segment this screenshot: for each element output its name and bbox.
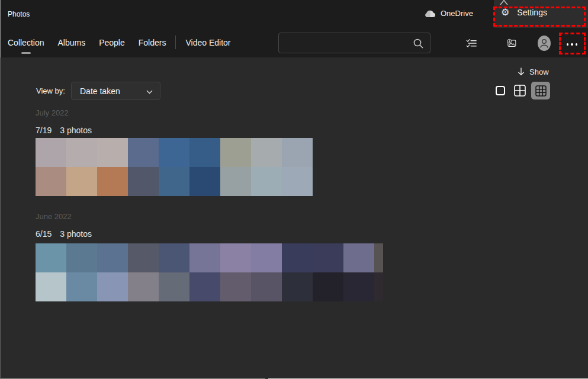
- photo-tile-cell[interactable]: [97, 138, 128, 167]
- large-view-icon: [496, 86, 505, 95]
- date-group-header-july: 7/19 3 photos: [36, 126, 92, 135]
- photo-tile-cell[interactable]: [282, 138, 313, 167]
- tab-folders[interactable]: Folders: [139, 38, 166, 47]
- photo-tile-cell[interactable]: [159, 272, 189, 301]
- photo-tile-cell[interactable]: [36, 243, 66, 272]
- photo-tile-cell[interactable]: [313, 243, 343, 272]
- photo-tile-cell[interactable]: [36, 138, 66, 167]
- settings-label: Settings: [517, 8, 547, 17]
- photo-grid-july[interactable]: [36, 138, 313, 196]
- person-icon: [538, 37, 551, 50]
- photo-tile-cell[interactable]: [97, 167, 128, 196]
- cloud-icon: [424, 9, 436, 18]
- photo-tile-cell[interactable]: [343, 243, 374, 272]
- photo-tile-cell[interactable]: [159, 167, 189, 196]
- photo-tile-cell[interactable]: [66, 272, 97, 301]
- date-group-header-june: 6/15 3 photos: [36, 229, 92, 239]
- view-by-dropdown[interactable]: Date taken: [71, 82, 160, 100]
- view-by-value: Date taken: [80, 86, 120, 96]
- tab-albums[interactable]: Albums: [57, 38, 85, 47]
- photo-tile-cell[interactable]: [159, 243, 189, 272]
- search-input[interactable]: [285, 34, 409, 52]
- photo-tile-cell[interactable]: [251, 167, 282, 196]
- arrow-down-icon: [518, 67, 525, 76]
- photo-tile-cell[interactable]: [374, 243, 383, 272]
- search-icon: [413, 38, 424, 49]
- show-toggle[interactable]: Show: [518, 67, 549, 76]
- medium-view-icon: [514, 85, 526, 97]
- multiselect-button[interactable]: [462, 34, 480, 52]
- date-label: 6/15: [36, 229, 52, 239]
- photo-tile-cell[interactable]: [36, 272, 66, 301]
- month-header-july: July 2022: [36, 108, 69, 117]
- photo-count: 3 photos: [60, 126, 92, 135]
- account-avatar: [538, 36, 551, 51]
- active-tab-underline: [21, 52, 31, 54]
- photo-tile-cell[interactable]: [36, 167, 66, 196]
- photo-count: 3 photos: [60, 229, 92, 239]
- see-more-button[interactable]: [563, 36, 581, 53]
- import-button[interactable]: [503, 34, 520, 52]
- photo-tile-cell[interactable]: [66, 243, 97, 272]
- view-by-label: View by:: [36, 86, 65, 95]
- photo-tile-cell[interactable]: [282, 167, 313, 196]
- menu-item-settings[interactable]: ⚙ Settings: [501, 8, 547, 17]
- photo-tile-cell[interactable]: [251, 243, 282, 272]
- date-label: 7/19: [36, 126, 52, 135]
- account-button[interactable]: [535, 34, 553, 52]
- photo-tile-cell[interactable]: [159, 138, 189, 167]
- photo-tile-cell[interactable]: [374, 272, 383, 301]
- medium-view-button[interactable]: [510, 82, 529, 99]
- onedrive-label: OneDrive: [441, 9, 473, 18]
- menu-item-partial-icon: [499, 0, 509, 5]
- nav-tabs: Collection Albums People Folders Video E…: [8, 36, 230, 49]
- background-window-edge: [0, 57, 1, 379]
- photo-tile-cell[interactable]: [128, 272, 159, 301]
- photo-tile-cell[interactable]: [66, 138, 97, 167]
- onedrive-status[interactable]: OneDrive: [424, 9, 473, 18]
- photo-tile-cell[interactable]: [66, 167, 97, 196]
- photo-grid-june[interactable]: [36, 243, 383, 301]
- gear-icon: ⚙: [501, 8, 509, 17]
- photo-tile-cell[interactable]: [128, 167, 159, 196]
- tab-collection[interactable]: Collection: [8, 38, 44, 47]
- photo-tile-cell[interactable]: [282, 243, 313, 272]
- photo-tile-cell[interactable]: [251, 272, 282, 301]
- photo-tile-cell[interactable]: [313, 272, 343, 301]
- photo-tile-cell[interactable]: [189, 138, 220, 167]
- month-header-june: June 2022: [36, 212, 72, 221]
- photo-tile-cell[interactable]: [220, 167, 251, 196]
- tab-divider: [175, 36, 176, 49]
- photo-tile-cell[interactable]: [343, 272, 374, 301]
- app-title: Photos: [8, 10, 30, 18]
- photo-tile-cell[interactable]: [189, 243, 220, 272]
- photo-tile-cell[interactable]: [220, 138, 251, 167]
- photo-tile-cell[interactable]: [97, 243, 128, 272]
- photo-tile-cell[interactable]: [251, 138, 282, 167]
- photo-tile-cell[interactable]: [282, 272, 313, 301]
- tab-video-editor[interactable]: Video Editor: [185, 38, 230, 47]
- photo-tile-cell[interactable]: [189, 272, 220, 301]
- tab-people[interactable]: People: [99, 38, 125, 47]
- multiselect-icon: [466, 37, 477, 49]
- photos-app-window: Photos OneDrive Collection Albums People…: [0, 0, 588, 379]
- photo-tile-cell[interactable]: [128, 243, 159, 272]
- background-window-edge: [0, 0, 1, 57]
- photo-tile-cell[interactable]: [220, 272, 251, 301]
- large-view-button[interactable]: [491, 82, 510, 99]
- import-icon: [506, 36, 517, 50]
- photo-tile-cell[interactable]: [189, 167, 220, 196]
- small-view-button[interactable]: [531, 82, 550, 99]
- small-view-icon: [535, 85, 547, 97]
- show-label: Show: [529, 68, 549, 76]
- photo-tile-cell[interactable]: [128, 138, 159, 167]
- chevron-down-icon: [146, 90, 153, 94]
- photo-tile-cell[interactable]: [97, 272, 128, 301]
- search-box[interactable]: [278, 33, 430, 53]
- photo-tile-cell[interactable]: [220, 243, 251, 272]
- see-more-icon: [567, 43, 578, 46]
- see-more-menu: ⚙ Settings: [494, 0, 588, 28]
